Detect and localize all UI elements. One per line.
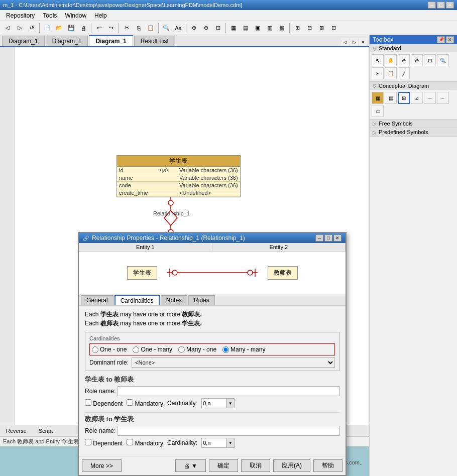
tab-diagram1-2[interactable]: Diagram_1 (46, 36, 88, 46)
diag-entity-1[interactable]: 学生表 (127, 266, 157, 280)
confirm-btn[interactable]: 确定 (209, 459, 238, 472)
tool-cut[interactable]: ✂ (372, 67, 384, 79)
toolbox-close-btn[interactable]: ✕ (446, 36, 454, 43)
tab-diagram1-active[interactable]: Diagram_1 (89, 35, 133, 46)
role1-cardinality-arrow[interactable]: ▼ (226, 398, 235, 408)
maximize-btn[interactable]: □ (437, 2, 445, 9)
role1-cardinality-input[interactable] (201, 398, 226, 408)
role2-dependent-label[interactable]: Dependent (85, 439, 123, 447)
dialog-tab-notes[interactable]: Notes (161, 295, 187, 305)
tool-entity[interactable]: ▦ (372, 92, 384, 104)
tab-scroll-left[interactable]: ◁ (341, 38, 349, 46)
tool-zoom2[interactable]: 🔍 (437, 54, 449, 66)
tool-link2[interactable]: ─ (424, 92, 436, 104)
close-btn[interactable]: ✕ (446, 2, 454, 9)
toolbox-predefined-header[interactable]: ▷ Predefined Symbols (370, 128, 457, 136)
tab-diagram1-1[interactable]: Diagram_1 (2, 36, 45, 46)
menu-window[interactable]: Window (61, 11, 90, 20)
tb-zoom-in[interactable]: ⊕ (188, 23, 199, 34)
tb-fit[interactable]: ⊡ (212, 23, 223, 34)
dialog-minimize-btn[interactable]: ─ (315, 234, 323, 242)
tool-link3[interactable]: ╌ (437, 92, 449, 104)
menu-help[interactable]: Help (90, 11, 111, 20)
tool-symbol[interactable]: ▭ (372, 105, 384, 117)
tb-layout2[interactable]: ▤ (240, 23, 251, 34)
tb-layout5[interactable]: ▧ (276, 23, 287, 34)
role2-dependent-checkbox[interactable] (85, 439, 91, 445)
cancel-btn[interactable]: 取消 (241, 459, 270, 472)
radio-many-many-input[interactable] (222, 346, 229, 353)
tb-extra4[interactable]: ⊡ (328, 23, 339, 34)
tb-layout3[interactable]: ▣ (252, 23, 263, 34)
tb-extra3[interactable]: ⊠ (316, 23, 327, 34)
tool-table[interactable]: ▤ (385, 92, 397, 104)
role2-mandatory-checkbox[interactable] (127, 439, 133, 445)
tb-refresh[interactable]: ↺ (26, 23, 37, 34)
role1-mandatory-label[interactable]: Mandatory (127, 399, 163, 407)
radio-one-many[interactable]: One - many (133, 346, 172, 353)
role1-dependent-checkbox[interactable] (85, 399, 91, 406)
more-btn[interactable]: More >> (82, 459, 122, 472)
tb-back[interactable]: ◁ (2, 23, 13, 34)
apply-btn[interactable]: 应用(A) (273, 459, 310, 472)
tb-save[interactable]: 💾 (66, 23, 77, 34)
toolbox-conceptual-header[interactable]: ▽ Conceptual Diagram (370, 82, 457, 90)
radio-many-many[interactable]: Many - many (222, 346, 265, 353)
tab-result-list[interactable]: Result List (134, 36, 175, 46)
tb-extra1[interactable]: ⊞ (292, 23, 303, 34)
tb-zoom-out[interactable]: ⊖ (200, 23, 211, 34)
role2-cardinality-input[interactable] (201, 438, 226, 448)
role1-mandatory-checkbox[interactable] (127, 399, 133, 406)
dominant-select[interactable]: <None> (132, 358, 335, 368)
role2-cardinality-arrow[interactable]: ▼ (226, 438, 235, 448)
tb-copy[interactable]: ⎘ (133, 23, 144, 34)
btab-script[interactable]: Script (35, 427, 57, 435)
minimize-btn[interactable]: ─ (428, 2, 436, 9)
menu-tools[interactable]: Tools (39, 11, 61, 20)
tb-undo[interactable]: ↩ (93, 23, 104, 34)
tb-open[interactable]: 📂 (54, 23, 65, 34)
radio-one-one[interactable]: One - one (92, 346, 127, 353)
tool-inherit[interactable]: ⊿ (411, 92, 423, 104)
print-btn[interactable]: 🖨 ▼ (175, 459, 206, 472)
help-btn[interactable]: 帮助 (313, 459, 342, 472)
role1-dependent-label[interactable]: Dependent (85, 399, 123, 407)
tb-find[interactable]: 🔍 (161, 23, 172, 34)
toolbox-free-header[interactable]: ▷ Free Symbols (370, 120, 457, 128)
dialog-tab-general[interactable]: General (81, 295, 113, 305)
tb-cut[interactable]: ✂ (121, 23, 132, 34)
tb-layout4[interactable]: ▥ (264, 23, 275, 34)
radio-one-one-input[interactable] (92, 346, 98, 353)
tool-paste[interactable]: 📋 (385, 67, 397, 79)
tb-redo[interactable]: ↪ (105, 23, 117, 34)
dialog-tab-cardinalities[interactable]: Cardinalities (115, 295, 160, 305)
toolbox-standard-header[interactable]: ▽ Standard (370, 44, 457, 52)
tb-forward[interactable]: ▷ (14, 23, 25, 34)
radio-many-one-input[interactable] (178, 346, 185, 353)
dialog-tab-rules[interactable]: Rules (188, 295, 215, 305)
tb-paste[interactable]: 📋 (145, 23, 156, 34)
tb-new[interactable]: 📄 (42, 23, 53, 34)
role2-name-input[interactable] (118, 426, 339, 436)
dialog-close-btn[interactable]: ✕ (333, 234, 341, 242)
tool-fit[interactable]: ⊡ (424, 54, 436, 66)
menu-repository[interactable]: Repository (2, 11, 39, 20)
tab-scroll-right[interactable]: ▷ (350, 38, 358, 46)
tool-zoom-in[interactable]: ⊕ (398, 54, 410, 66)
role2-mandatory-label[interactable]: Mandatory (127, 439, 163, 447)
btab-reverse[interactable]: Reverse (2, 427, 31, 435)
toolbox-pin-btn[interactable]: 📌 (437, 36, 445, 43)
tool-zoom-out[interactable]: ⊖ (411, 54, 423, 66)
radio-one-many-input[interactable] (133, 346, 139, 353)
radio-many-one[interactable]: Many - one (178, 346, 216, 353)
tool-relation[interactable]: ⊞ (398, 92, 410, 104)
diag-entity-2[interactable]: 教师表 (268, 266, 298, 280)
tool-line[interactable]: ╱ (398, 67, 410, 79)
tool-hand[interactable]: ✋ (385, 54, 397, 66)
dialog-maximize-btn[interactable]: □ (324, 234, 332, 242)
tb-print[interactable]: 🖨 (78, 23, 89, 34)
tb-extra2[interactable]: ⊟ (304, 23, 315, 34)
tab-close[interactable]: ✕ (359, 38, 367, 46)
role1-name-input[interactable] (118, 386, 339, 396)
tool-pointer[interactable]: ↖ (372, 54, 384, 66)
